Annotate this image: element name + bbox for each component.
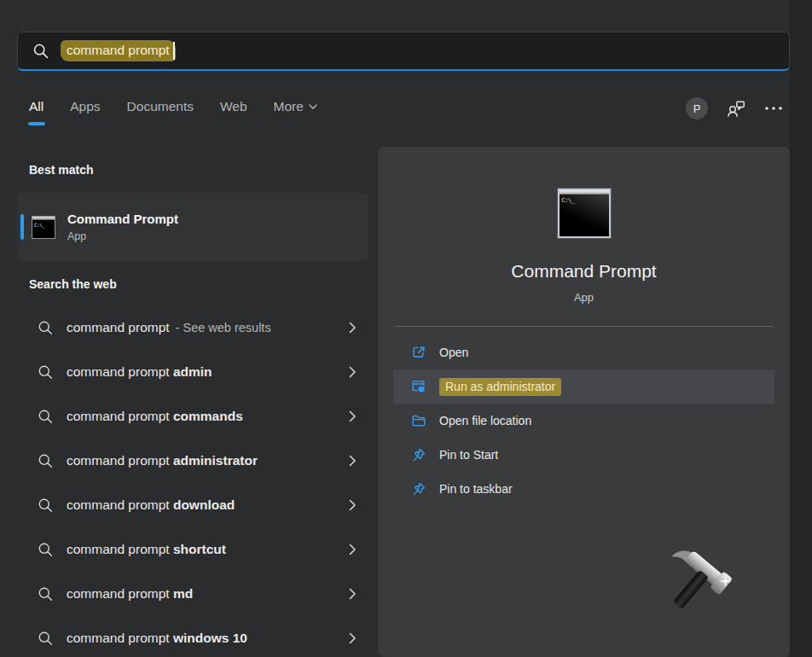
search-icon: [38, 409, 54, 425]
tab-all-label: All: [29, 99, 44, 114]
folder-icon: [411, 413, 426, 428]
pin-icon: [411, 447, 426, 462]
chevron-right-icon[interactable]: [349, 322, 357, 334]
preview-pane: C:\_ Command Prompt App Open Run as admi…: [378, 147, 790, 657]
preview-subtitle: App: [378, 291, 790, 304]
highlighted-label: Run as administrator: [439, 378, 561, 396]
chevron-right-icon[interactable]: [349, 455, 357, 467]
search-icon: [38, 453, 54, 469]
search-icon: [38, 631, 54, 647]
feedback-icon[interactable]: [726, 99, 746, 118]
divider: [395, 326, 773, 327]
desktop-edge: [790, 0, 812, 657]
search-web-header: Search the web: [29, 277, 117, 291]
best-match-header: Best match: [29, 163, 93, 177]
search-filter-tabs: All Apps Documents Web More: [29, 99, 317, 125]
admin-shield-icon: [411, 379, 426, 394]
open-external-icon: [411, 345, 426, 360]
tab-all[interactable]: All: [29, 99, 44, 125]
preview-title: Command Prompt: [378, 261, 790, 282]
chevron-right-icon[interactable]: [349, 588, 357, 600]
tab-more-label: More: [274, 99, 304, 114]
tab-web-label: Web: [220, 99, 247, 114]
chevron-right-icon[interactable]: [349, 499, 357, 511]
action-pin-to-taskbar[interactable]: Pin to taskbar: [393, 472, 774, 506]
context-actions: Open Run as administrator Open file loca…: [393, 335, 774, 506]
avatar[interactable]: P: [686, 97, 708, 119]
chevron-right-icon[interactable]: [349, 632, 357, 644]
search-icon: [32, 43, 49, 60]
best-match-title: Command Prompt: [67, 212, 178, 226]
search-icon: [38, 497, 54, 514]
web-suggestion-row[interactable]: command prompt download: [17, 483, 368, 527]
tab-web[interactable]: Web: [220, 99, 247, 125]
chevron-right-icon[interactable]: [349, 544, 357, 555]
action-open[interactable]: Open: [393, 335, 774, 369]
search-input[interactable]: command prompt: [17, 32, 790, 71]
tab-more[interactable]: More: [274, 99, 317, 125]
active-tab-underline: [28, 122, 45, 125]
selection-accent-bar: [20, 214, 24, 240]
chevron-down-icon: [309, 104, 317, 110]
hammer-cursor-icon: [662, 546, 745, 630]
web-suggestion-row[interactable]: command prompt admin: [17, 350, 368, 394]
web-suggestion-row[interactable]: command prompt windows 10: [17, 616, 368, 657]
best-match-subtitle: App: [67, 230, 178, 242]
search-icon: [38, 320, 54, 336]
best-match-result[interactable]: C:\_ Command Prompt App: [17, 193, 368, 261]
web-suggestion-row[interactable]: command prompt administrator: [17, 439, 368, 483]
pin-icon: [411, 481, 426, 497]
more-options-icon[interactable]: [764, 106, 783, 111]
action-run-as-administrator[interactable]: Run as administrator: [393, 369, 774, 404]
web-suggestion-row[interactable]: command prompt commands: [17, 394, 368, 439]
web-suggestions-list: command prompt - See web results command…: [17, 305, 368, 657]
tab-documents[interactable]: Documents: [127, 99, 194, 125]
search-icon: [38, 586, 54, 602]
top-right-controls: P: [686, 97, 783, 119]
web-suggestion-row[interactable]: command prompt shortcut: [17, 527, 368, 572]
web-suggestion-row[interactable]: command prompt - See web results: [17, 305, 368, 350]
action-pin-to-start[interactable]: Pin to Start: [393, 438, 774, 472]
text-caret: [173, 42, 175, 60]
search-icon: [38, 542, 54, 558]
action-open-file-location[interactable]: Open file location: [393, 404, 774, 438]
chevron-right-icon[interactable]: [349, 410, 357, 422]
search-query-highlighted[interactable]: command prompt: [61, 40, 176, 61]
tab-documents-label: Documents: [127, 99, 194, 114]
tab-apps-label: Apps: [70, 99, 100, 114]
chevron-right-icon[interactable]: [349, 366, 357, 378]
command-prompt-icon-large: C:\_: [558, 189, 611, 238]
tab-apps[interactable]: Apps: [70, 99, 100, 125]
web-suggestion-row[interactable]: command prompt md: [17, 572, 368, 616]
command-prompt-icon: C:\_: [32, 216, 55, 239]
search-icon: [38, 364, 54, 381]
